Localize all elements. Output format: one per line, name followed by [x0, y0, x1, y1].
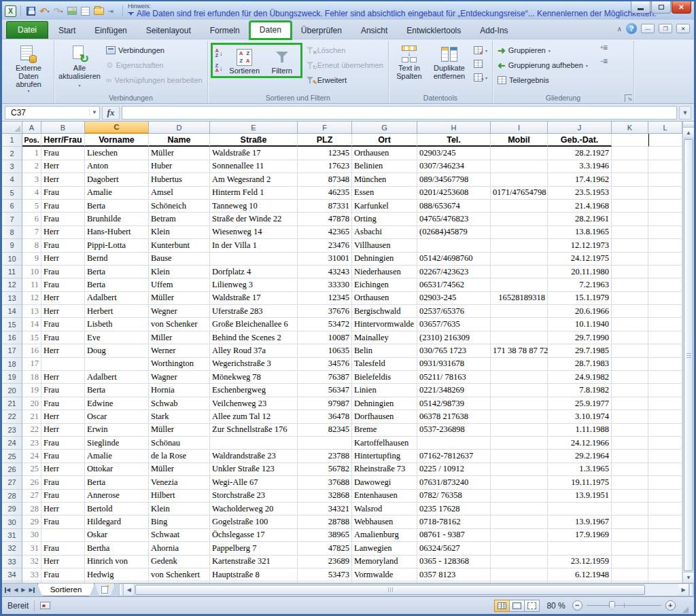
open-folder-button[interactable] [93, 5, 105, 17]
column-header-e[interactable]: E [210, 122, 298, 134]
cell-B31[interactable] [41, 529, 85, 542]
hide-detail-icon[interactable]: −≣ [600, 58, 608, 65]
cell-G31[interactable]: Amalienburg [352, 529, 417, 542]
cell-J11[interactable]: 20.11.1980 [548, 266, 612, 278]
tab-daten[interactable]: Daten [250, 22, 291, 39]
cell-E14[interactable]: Uferstraße 283 [210, 305, 298, 318]
cell-G10[interactable]: Dehningien [352, 253, 417, 266]
tab-datei[interactable]: Datei [6, 21, 48, 39]
cell-B25[interactable]: Frau [41, 450, 85, 463]
cell-A8[interactable]: 7 [22, 226, 41, 239]
cell-G28[interactable]: Entenhausen [352, 490, 417, 503]
row-header-31[interactable]: 31 [2, 529, 22, 542]
cell-I29[interactable] [491, 503, 548, 515]
cell-D22[interactable]: Stark [149, 410, 210, 423]
cell-K23[interactable] [612, 424, 648, 437]
cell-G9[interactable]: Villhausen [352, 239, 417, 252]
cell-K1[interactable] [612, 134, 648, 147]
cell-L16[interactable] [648, 331, 682, 344]
cell-A5[interactable]: 4 [22, 187, 41, 200]
cell-D7[interactable]: Betram [149, 213, 210, 225]
cell-H1[interactable]: Tel. [417, 134, 491, 147]
cell-H33[interactable]: 0365 - 128368 [417, 556, 491, 568]
cell-F11[interactable]: 43243 [298, 266, 352, 278]
cell-F26[interactable]: 56782 [298, 463, 352, 476]
cell-L34[interactable] [648, 568, 682, 581]
cell-E30[interactable]: Gogelstraße 100 [210, 515, 298, 528]
cell-E22[interactable]: Allee zum Tal 12 [210, 410, 298, 423]
cell-L33[interactable] [648, 556, 682, 568]
cell-G24[interactable]: Kartoffelhausen [352, 437, 417, 450]
cell-A29[interactable]: 28 [22, 503, 41, 515]
page-break-view-button[interactable] [524, 600, 540, 612]
cell-A30[interactable]: 29 [22, 515, 41, 528]
cell-I8[interactable] [491, 226, 548, 239]
cell-A18[interactable]: 17 [22, 358, 41, 371]
column-header-c[interactable]: C [85, 122, 149, 134]
cell-D23[interactable]: Müller [149, 424, 210, 437]
cell-J1[interactable]: Geb.-Dat. [548, 134, 612, 147]
cell-C12[interactable]: Berta [85, 278, 149, 291]
cell-L6[interactable] [648, 200, 682, 213]
column-header-g[interactable]: G [352, 122, 417, 134]
macro-record-icon[interactable] [40, 602, 50, 609]
cell-D26[interactable]: Müller [149, 463, 210, 476]
cell-E8[interactable]: Wiesenweg 14 [210, 226, 298, 239]
cell-D14[interactable]: Wegner [149, 305, 210, 318]
cell-A25[interactable]: 24 [22, 450, 41, 463]
cell-J31[interactable]: 17.9.1969 [548, 529, 612, 542]
cell-H4[interactable]: 089/34567798 [417, 173, 491, 186]
row-header-24[interactable]: 24 [2, 437, 22, 450]
cell-D15[interactable]: von Schenker [149, 318, 210, 331]
zoom-slider[interactable] [587, 600, 661, 611]
cell-J6[interactable]: 21.4.1968 [548, 200, 612, 213]
cell-A11[interactable]: 10 [22, 266, 41, 278]
cell-I31[interactable] [491, 529, 548, 542]
cell-J3[interactable]: 3.3.1946 [548, 160, 612, 173]
cell-K26[interactable] [612, 463, 648, 476]
cell-J26[interactable]: 1.3.1965 [548, 463, 612, 476]
sort-button[interactable]: AZZA Sortieren [226, 46, 264, 75]
cell-K9[interactable] [612, 239, 648, 252]
cell-G18[interactable]: Talesfeld [352, 358, 417, 371]
cell-A14[interactable]: 13 [22, 305, 41, 318]
page-layout-view-button[interactable] [509, 600, 525, 612]
column-header-b[interactable]: B [41, 122, 85, 134]
next-sheet-button[interactable]: ▶ [21, 587, 25, 593]
formula-input[interactable] [122, 106, 677, 120]
cell-F21[interactable]: 97987 [298, 397, 352, 410]
cell-H30[interactable]: 0718-78162 [417, 515, 491, 528]
vertical-scrollbar[interactable]: ▲ ▼ [682, 122, 694, 583]
cell-L4[interactable] [648, 173, 682, 186]
cell-L12[interactable] [648, 278, 682, 291]
cell-F1[interactable]: PLZ [298, 134, 352, 147]
cell-F31[interactable]: 38965 [298, 529, 352, 542]
cell-J9[interactable]: 12.12.1973 [548, 239, 612, 252]
cell-A9[interactable]: 8 [22, 239, 41, 252]
sheet-tab-sortieren[interactable]: Sortieren [37, 583, 95, 596]
cell-E15[interactable]: Große Bleichenallee 6 [210, 318, 298, 331]
cell-B3[interactable]: Herr [41, 160, 85, 173]
cell-A1[interactable]: Pos. [22, 134, 41, 147]
cell-I10[interactable] [491, 253, 548, 266]
cell-H31[interactable]: 08761 - 9387 [417, 529, 491, 542]
resize-grip-icon[interactable]: ◢ [682, 604, 689, 614]
cell-I24[interactable] [491, 437, 548, 450]
row-header-25[interactable]: 25 [2, 450, 22, 463]
cell-I26[interactable] [491, 463, 548, 476]
scroll-down-icon[interactable]: ▼ [683, 572, 694, 583]
cell-D25[interactable]: de la Rose [149, 450, 210, 463]
cell-L8[interactable] [648, 226, 682, 239]
excel-logo-icon[interactable]: X [5, 5, 16, 17]
row-header-6[interactable]: 6 [2, 200, 22, 213]
remove-duplicates-button[interactable]: Duplikate entfernen [429, 43, 470, 81]
cell-H8[interactable]: (02684)45879 [417, 226, 491, 239]
cell-J32[interactable] [548, 542, 612, 555]
cell-E23[interactable]: Zur Schnellstraße 176 [210, 424, 298, 437]
cell-J16[interactable]: 29.7.1990 [548, 331, 612, 344]
cell-J20[interactable]: 7.8.1982 [548, 384, 612, 397]
row-header-30[interactable]: 30 [2, 515, 22, 528]
cell-B19[interactable]: Herr [41, 371, 85, 384]
tab-formeln[interactable]: Formeln [201, 23, 249, 39]
cell-G4[interactable]: München [352, 173, 417, 186]
